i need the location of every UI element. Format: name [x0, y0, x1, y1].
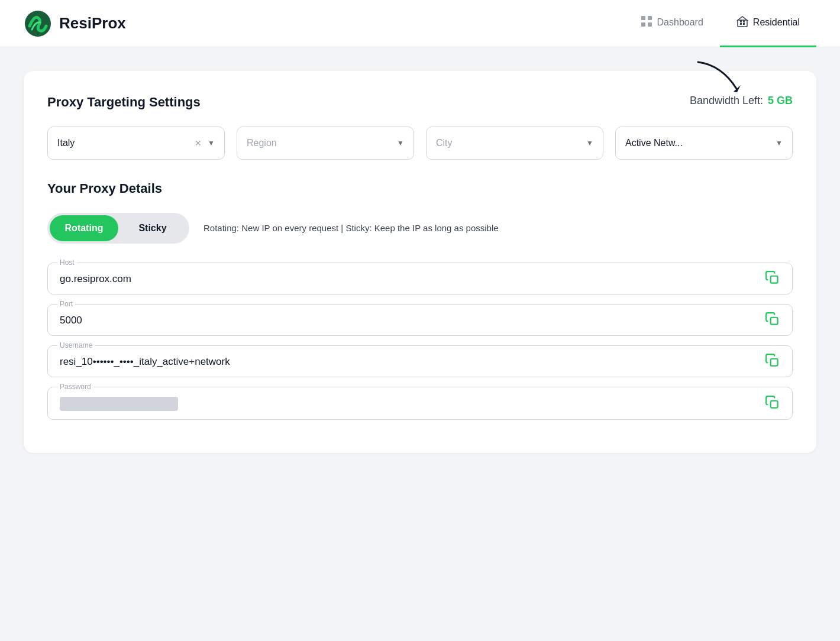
username-field-group: Username resi_10••••••_••••_italy_active… — [47, 345, 793, 377]
svg-rect-2 — [648, 16, 652, 20]
main-content: Proxy Targeting Settings Bandwidth Left:… — [0, 47, 840, 477]
host-copy-icon[interactable] — [765, 270, 780, 286]
grid-icon — [641, 15, 652, 30]
password-value — [60, 397, 178, 411]
logo-icon — [24, 9, 52, 38]
host-value: go.resiprox.com — [60, 273, 131, 285]
network-chevron-icon: ▼ — [776, 139, 783, 147]
main-nav: Dashboard Residential — [624, 0, 816, 47]
svg-rect-9 — [743, 20, 745, 22]
svg-rect-6 — [740, 22, 742, 25]
country-value: Italy — [57, 138, 75, 148]
city-chevron-icon: ▼ — [586, 139, 593, 147]
svg-rect-3 — [641, 22, 645, 27]
nav-label-dashboard: Dashboard — [657, 17, 703, 28]
network-dropdown[interactable]: Active Netw... ▼ — [615, 127, 793, 160]
host-field-group: Host go.resiprox.com — [47, 263, 793, 294]
toggle-description: Rotating: New IP on every request | Stic… — [203, 222, 499, 235]
host-label: Host — [57, 258, 77, 267]
rotating-option[interactable]: Rotating — [50, 215, 118, 241]
logo-area: ResiProx — [24, 9, 126, 38]
username-label: Username — [57, 341, 95, 349]
username-value: resi_10••••••_••••_italy_active+network — [60, 356, 230, 368]
svg-point-0 — [25, 11, 51, 37]
network-value: Active Netw... — [625, 138, 683, 148]
svg-rect-14 — [771, 401, 778, 408]
proxy-details-title: Your Proxy Details — [47, 181, 793, 196]
building-icon — [736, 15, 748, 30]
country-dropdown[interactable]: Italy ✕ ▼ — [47, 127, 225, 160]
svg-rect-8 — [740, 20, 742, 22]
country-dropdown-left: Italy — [57, 138, 75, 148]
password-label: Password — [57, 383, 93, 391]
port-value: 5000 — [60, 315, 82, 326]
password-field-group: Password — [47, 387, 793, 420]
nav-item-residential[interactable]: Residential — [720, 0, 816, 47]
svg-rect-12 — [771, 318, 778, 325]
nav-item-dashboard[interactable]: Dashboard — [624, 0, 720, 47]
svg-rect-13 — [771, 359, 778, 366]
password-copy-icon[interactable] — [765, 395, 780, 410]
main-card: Proxy Targeting Settings Bandwidth Left:… — [24, 71, 816, 453]
region-dropdown[interactable]: Region ▼ — [237, 127, 414, 160]
port-field-group: Port 5000 — [47, 304, 793, 336]
port-copy-icon[interactable] — [765, 312, 780, 327]
card-header-row: Proxy Targeting Settings Bandwidth Left:… — [47, 95, 793, 110]
svg-rect-1 — [641, 16, 645, 20]
port-label: Port — [57, 300, 75, 308]
proxy-targeting-title: Proxy Targeting Settings — [47, 95, 201, 110]
svg-rect-5 — [738, 20, 747, 27]
nav-label-residential: Residential — [753, 17, 800, 28]
bandwidth-value: 5 GB — [768, 95, 793, 107]
toggle-row: Rotating Sticky Rotating: New IP on ever… — [47, 213, 793, 244]
region-placeholder: Region — [247, 138, 277, 148]
dropdowns-row: Italy ✕ ▼ Region ▼ City ▼ Active Netw... — [47, 127, 793, 160]
username-copy-icon[interactable] — [765, 353, 780, 368]
rotation-toggle[interactable]: Rotating Sticky — [47, 213, 189, 244]
svg-rect-11 — [771, 276, 778, 283]
bandwidth-area: Bandwidth Left: 5 GB — [690, 95, 793, 107]
country-clear-icon[interactable]: ✕ — [195, 138, 202, 148]
arrow-annotation — [686, 59, 745, 97]
header: ResiProx Dashboard — [0, 0, 840, 47]
region-chevron-icon: ▼ — [397, 139, 404, 147]
country-chevron-icon: ▼ — [208, 139, 215, 147]
brand-name: ResiProx — [59, 14, 126, 33]
city-placeholder: City — [436, 138, 453, 148]
sticky-option[interactable]: Sticky — [118, 215, 187, 241]
svg-rect-7 — [743, 22, 745, 25]
city-dropdown[interactable]: City ▼ — [426, 127, 603, 160]
svg-rect-4 — [648, 22, 652, 27]
